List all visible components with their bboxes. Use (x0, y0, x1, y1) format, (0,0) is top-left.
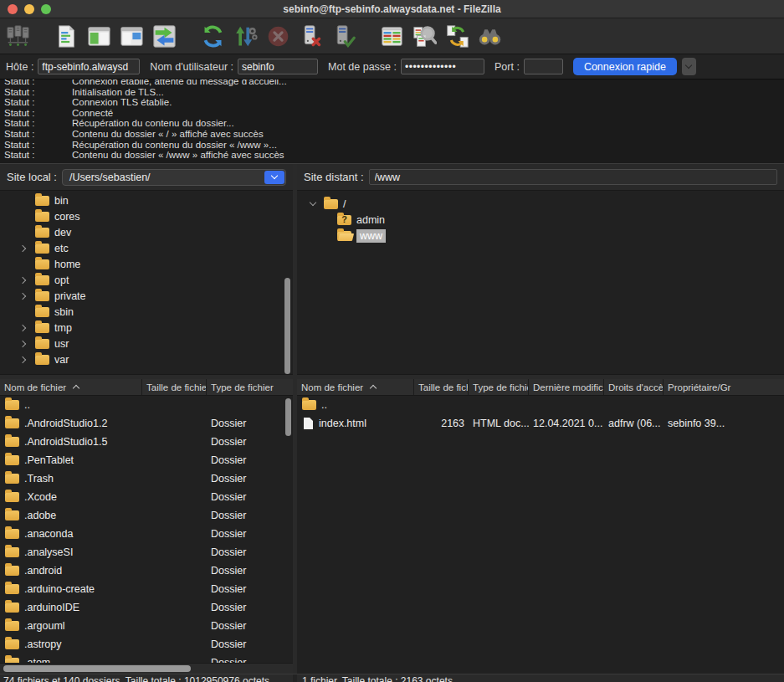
file-search-button[interactable] (410, 21, 438, 51)
file-row[interactable]: .AndroidStudio1.2 Dossier (0, 414, 293, 433)
chevron-down-icon (685, 62, 692, 69)
toggle-message-log-button[interactable] (52, 21, 80, 51)
toggle-transfer-queue-button[interactable] (150, 21, 178, 51)
tree-item[interactable]: dev (0, 224, 293, 240)
file-row[interactable]: .android Dossier (0, 561, 293, 580)
tree-item[interactable]: var (0, 351, 293, 367)
folder-icon (5, 418, 19, 428)
folder-icon (5, 529, 19, 539)
folder-icon (5, 510, 19, 520)
quickconnect-button[interactable]: Connexion rapide (573, 58, 677, 75)
tree-item[interactable]: bin (0, 192, 293, 208)
column-header-size[interactable]: Taille de fichi (414, 379, 469, 395)
directory-comparison-button[interactable] (377, 21, 406, 51)
file-row[interactable]: .Xcode Dossier (0, 488, 293, 506)
toggle-local-tree-button[interactable] (85, 21, 113, 51)
remote-path-row: Site distant : (297, 164, 784, 190)
log-message: Connexion TLS établie. (72, 97, 172, 108)
combobox-dropdown-button[interactable] (264, 171, 284, 184)
log-line: Statut : Récupération du contenu du doss… (4, 140, 784, 151)
tree-item[interactable]: private (0, 288, 293, 304)
file-row[interactable]: .arduinoIDE Dossier (0, 598, 293, 617)
column-header-permissions[interactable]: Droits d'accès (604, 379, 664, 395)
remote-file-list: .. index (297, 396, 784, 674)
password-input[interactable] (401, 59, 484, 74)
log-message: Récupération du contenu du dossier... (72, 118, 234, 129)
column-header-owner[interactable]: Propriétaire/Gr (664, 379, 784, 395)
refresh-button[interactable] (198, 21, 227, 51)
message-log: Statut : Connexion établie, attente du m… (0, 79, 784, 164)
column-header-type[interactable]: Type de fichier (207, 379, 293, 395)
local-path-label: Site local : (7, 171, 57, 183)
chevron-icon[interactable] (310, 199, 316, 206)
log-line: Statut : Initialisation de TLS... (4, 87, 784, 98)
file-row[interactable]: .Trash Dossier (0, 469, 293, 488)
log-line: Statut : Récupération du contenu du doss… (4, 118, 784, 129)
reconnect-icon (331, 24, 356, 49)
directory-comparison-icon (380, 24, 404, 49)
log-status-label: Statut : (4, 140, 72, 151)
file-row[interactable]: .arduino-create Dossier (0, 580, 293, 598)
transfer-queue-icon (152, 24, 177, 49)
cancel-button[interactable] (264, 21, 292, 51)
log-line: Statut : Contenu du dossier « /www » aff… (4, 150, 784, 161)
remote-path-input[interactable] (369, 169, 777, 185)
tree-item[interactable]: opt (0, 272, 293, 288)
scrollbar-thumb[interactable] (3, 665, 191, 672)
chevron-right-icon[interactable] (19, 292, 26, 299)
tree-item[interactable]: sbin (0, 304, 293, 320)
process-queue-button[interactable] (231, 21, 259, 51)
file-row[interactable]: .. (0, 396, 293, 414)
tree-item[interactable]: etc (0, 240, 293, 256)
file-row[interactable]: .anaconda Dossier (0, 525, 293, 543)
chevron-right-icon[interactable] (19, 244, 26, 251)
find-files-icon (478, 24, 502, 49)
folder-icon (35, 244, 49, 254)
synchronized-browsing-button[interactable] (443, 21, 471, 51)
username-input[interactable] (238, 59, 318, 74)
site-manager-button[interactable] (3, 21, 32, 51)
reconnect-button[interactable] (329, 21, 357, 51)
tree-item[interactable]: www (297, 228, 784, 244)
file-row[interactable]: .atom Dossier (0, 654, 293, 663)
file-row[interactable]: index.html 2163 HTML doc... 12.04.2021 0… (297, 414, 784, 433)
quickconnect-dropdown-button[interactable] (682, 58, 696, 75)
file-row[interactable]: .analyseSI Dossier (0, 543, 293, 561)
column-header-name[interactable]: Nom de fichier (297, 379, 414, 395)
tree-item[interactable]: tmp (0, 320, 293, 336)
disconnect-button[interactable] (296, 21, 325, 51)
file-row[interactable]: .AndroidStudio1.5 Dossier (0, 433, 293, 451)
local-file-list: .. .AndroidStudio1.2 Dossier .AndroidSt (0, 396, 293, 663)
column-header-name[interactable]: Nom de fichier (0, 379, 142, 395)
column-header-size[interactable]: Taille de fichie (142, 379, 207, 395)
tree-item[interactable]: / (297, 196, 784, 212)
local-status-text: 74 fichiers et 140 dossiers. Taille tota… (0, 674, 293, 682)
file-row[interactable]: .adobe Dossier (0, 506, 293, 525)
chevron-right-icon[interactable] (19, 340, 26, 346)
find-files-button[interactable] (475, 21, 504, 51)
file-row[interactable]: .argouml Dossier (0, 617, 293, 635)
port-input[interactable] (524, 59, 563, 74)
toggle-remote-tree-button[interactable] (117, 21, 146, 51)
bottom-status-bar: 74 fichiers et 140 dossiers. Taille tota… (0, 674, 784, 682)
chevron-right-icon[interactable] (19, 324, 26, 331)
column-header-type[interactable]: Type de fichie (469, 379, 529, 395)
local-path-combobox[interactable]: /Users/sebastien/ (62, 169, 286, 186)
disconnect-icon (299, 24, 323, 49)
vertical-scrollbar[interactable] (284, 278, 290, 374)
file-row[interactable]: .PenTablet Dossier (0, 451, 293, 469)
tree-item[interactable]: usr (0, 336, 293, 351)
log-status-label: Statut : (4, 118, 72, 129)
file-row[interactable]: .astropy Dossier (0, 635, 293, 654)
column-header-modified[interactable]: Dernière modifica (529, 379, 604, 395)
horizontal-scrollbar[interactable] (0, 663, 293, 674)
local-list-header: Nom de fichier Taille de fichie Type de … (0, 379, 293, 396)
chevron-right-icon[interactable] (19, 356, 26, 362)
tree-item[interactable]: home (0, 256, 293, 272)
host-input[interactable] (38, 59, 140, 74)
vertical-scrollbar[interactable] (285, 398, 291, 436)
tree-item[interactable]: admin (297, 212, 784, 228)
chevron-right-icon[interactable] (19, 276, 26, 283)
tree-item[interactable]: cores (0, 208, 293, 224)
file-row[interactable]: .. (297, 396, 784, 414)
